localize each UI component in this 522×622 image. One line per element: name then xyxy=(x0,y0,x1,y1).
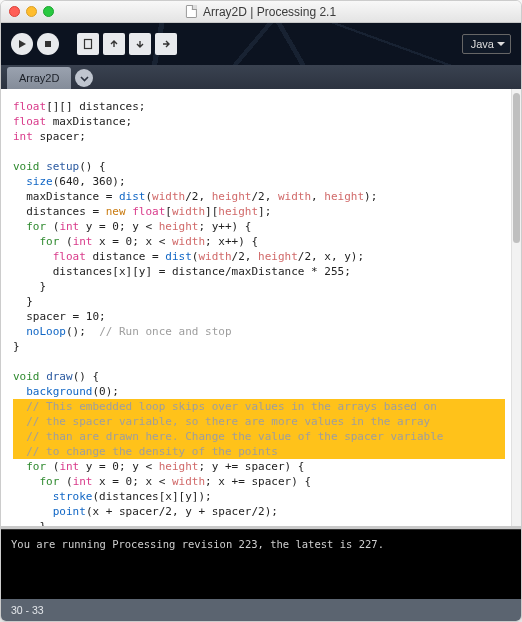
app-window: Array2D | Processing 2.1 xyxy=(0,0,522,622)
window-title: Array2D | Processing 2.1 xyxy=(203,5,336,19)
code-token: distance = xyxy=(86,250,165,263)
code-token: new xyxy=(106,205,126,218)
code-token xyxy=(13,220,26,233)
code-token: height xyxy=(324,190,364,203)
code-token xyxy=(13,505,53,518)
stop-icon xyxy=(43,39,53,49)
code-token: setup xyxy=(46,160,79,173)
code-token: height xyxy=(159,220,199,233)
code-token: (640, 360); xyxy=(53,175,126,188)
title-group: Array2D | Processing 2.1 xyxy=(186,5,336,19)
code-token: , xyxy=(311,190,324,203)
code-token: for xyxy=(26,460,46,473)
code-token: // Run once and stop xyxy=(99,325,231,338)
code-token: ; y += spacer) { xyxy=(198,460,304,473)
code-token: [][] distances; xyxy=(46,100,145,113)
code-token xyxy=(13,325,26,338)
code-token: spacer; xyxy=(33,130,86,143)
code-token: y = 0; y < xyxy=(79,220,158,233)
code-token: distances = xyxy=(13,205,106,218)
code-token: draw xyxy=(46,370,73,383)
code-token: background xyxy=(26,385,92,398)
code-token: height xyxy=(159,460,199,473)
titlebar: Array2D | Processing 2.1 xyxy=(1,1,521,23)
code-token: float xyxy=(13,100,46,113)
code-token: width xyxy=(278,190,311,203)
tab-array2d[interactable]: Array2D xyxy=(7,67,71,89)
code-token: } xyxy=(13,295,33,308)
code-token: ); xyxy=(364,190,377,203)
new-file-icon xyxy=(82,38,94,50)
code-token: noLoop xyxy=(26,325,66,338)
code-token: /2, xyxy=(232,250,259,263)
code-token: } xyxy=(13,280,46,293)
editor-scrollbar[interactable] xyxy=(511,89,521,526)
code-token xyxy=(13,355,20,368)
close-window-button[interactable] xyxy=(9,6,20,17)
document-icon xyxy=(186,5,197,18)
code-token: height xyxy=(258,250,298,263)
code-token xyxy=(13,475,40,488)
code-token: ( xyxy=(59,235,72,248)
toolbar: Java xyxy=(1,23,521,65)
code-token: (0); xyxy=(92,385,119,398)
open-button[interactable] xyxy=(103,33,125,55)
code-token: height xyxy=(212,190,252,203)
minimize-window-button[interactable] xyxy=(26,6,37,17)
export-button[interactable] xyxy=(155,33,177,55)
code-token: (x + spacer/2, y + spacer/2); xyxy=(86,505,278,518)
run-button[interactable] xyxy=(11,33,33,55)
code-token: spacer = 10; xyxy=(13,310,106,323)
code-token: () { xyxy=(73,370,100,383)
code-token: /2, xyxy=(251,190,278,203)
code-token xyxy=(13,235,40,248)
code-token: int xyxy=(73,235,93,248)
code-editor[interactable]: float[][] distances; float maxDistance; … xyxy=(1,89,511,526)
code-token: maxDistance; xyxy=(46,115,132,128)
mode-label: Java xyxy=(471,38,494,50)
selection-status: 30 - 33 xyxy=(11,604,44,616)
chevron-down-icon xyxy=(80,74,89,83)
code-token: ; x++) { xyxy=(205,235,258,248)
code-token: x = 0; x < xyxy=(93,235,172,248)
code-token: dist xyxy=(165,250,192,263)
code-token: maxDistance = xyxy=(13,190,119,203)
code-token: point xyxy=(53,505,86,518)
code-token: ]; xyxy=(258,205,271,218)
code-token: y = 0; y < xyxy=(79,460,158,473)
code-token: width xyxy=(172,205,205,218)
tab-label: Array2D xyxy=(19,72,59,84)
tab-menu-button[interactable] xyxy=(75,69,93,87)
stop-button[interactable] xyxy=(37,33,59,55)
code-token: ][ xyxy=(205,205,218,218)
code-token: ; x += spacer) { xyxy=(205,475,311,488)
code-token: () { xyxy=(79,160,106,173)
code-token xyxy=(13,460,26,473)
code-token: for xyxy=(26,220,46,233)
scroll-thumb[interactable] xyxy=(513,93,520,243)
tab-bar: Array2D xyxy=(1,65,521,89)
new-button[interactable] xyxy=(77,33,99,55)
code-token: ( xyxy=(59,475,72,488)
zoom-window-button[interactable] xyxy=(43,6,54,17)
svg-rect-1 xyxy=(85,40,92,49)
highlighted-line: // the spacer variable, so there are mor… xyxy=(13,414,505,429)
code-token: float xyxy=(13,115,46,128)
code-token: void xyxy=(13,160,40,173)
code-token: ( xyxy=(46,220,59,233)
mode-selector[interactable]: Java xyxy=(462,34,511,54)
code-token: /2, x, y); xyxy=(298,250,364,263)
code-token: for xyxy=(40,475,60,488)
open-icon xyxy=(108,38,120,50)
console: You are running Processing revision 223,… xyxy=(1,529,521,599)
code-token: x = 0; x < xyxy=(93,475,172,488)
code-token: width xyxy=(152,190,185,203)
code-token: dist xyxy=(119,190,146,203)
code-token: /2, xyxy=(185,190,212,203)
code-token: size xyxy=(26,175,53,188)
code-token: height xyxy=(218,205,258,218)
save-button[interactable] xyxy=(129,33,151,55)
code-token: int xyxy=(73,475,93,488)
code-token: distances[x][y] = distance/maxDistance *… xyxy=(13,265,351,278)
code-token: width xyxy=(198,250,231,263)
